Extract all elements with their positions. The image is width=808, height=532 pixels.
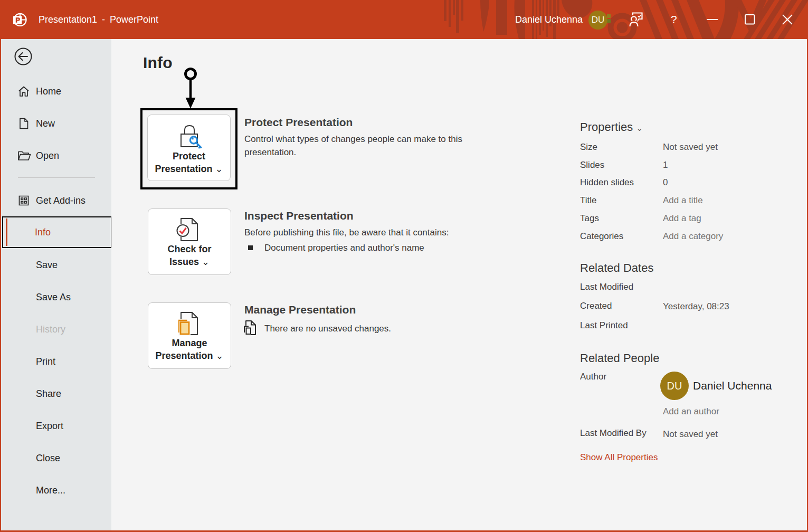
svg-text:?: ? (671, 13, 677, 25)
